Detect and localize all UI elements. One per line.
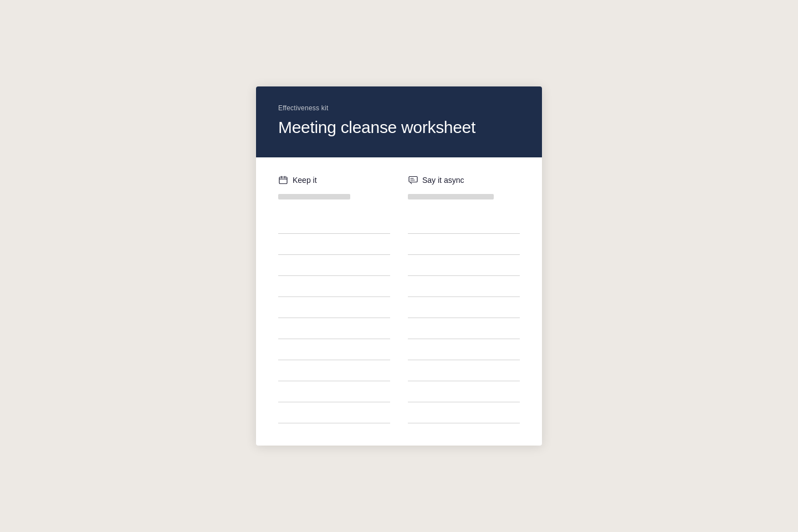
- document-body: Keep it: [256, 157, 542, 446]
- say-it-async-placeholder-bar: [408, 194, 494, 200]
- input-line[interactable]: [408, 402, 520, 423]
- input-line[interactable]: [408, 255, 520, 276]
- keep-it-column: Keep it: [278, 175, 390, 423]
- document-card: Effectiveness kit Meeting cleanse worksh…: [256, 86, 542, 446]
- input-line[interactable]: [278, 213, 390, 234]
- input-line[interactable]: [408, 381, 520, 402]
- document-subtitle: Effectiveness kit: [278, 104, 520, 112]
- input-line[interactable]: [408, 276, 520, 297]
- say-it-async-lines: [408, 213, 520, 423]
- keep-it-header: Keep it: [278, 175, 390, 185]
- input-line[interactable]: [408, 360, 520, 381]
- input-line[interactable]: [278, 360, 390, 381]
- say-it-async-label: Say it async: [422, 176, 464, 185]
- input-line[interactable]: [278, 297, 390, 318]
- input-line[interactable]: [278, 402, 390, 423]
- input-line[interactable]: [408, 234, 520, 255]
- input-line[interactable]: [278, 234, 390, 255]
- input-line[interactable]: [278, 255, 390, 276]
- input-line[interactable]: [408, 339, 520, 360]
- columns-container: Keep it: [278, 175, 520, 423]
- keep-it-placeholder-bar: [278, 194, 350, 200]
- keep-it-label: Keep it: [293, 176, 317, 185]
- input-line[interactable]: [408, 318, 520, 339]
- say-it-async-header: Say it async: [408, 175, 520, 185]
- document-header: Effectiveness kit Meeting cleanse worksh…: [256, 86, 542, 157]
- calendar-icon: [278, 175, 288, 185]
- keep-it-lines: [278, 213, 390, 423]
- input-line[interactable]: [278, 276, 390, 297]
- input-line[interactable]: [408, 297, 520, 318]
- svg-rect-0: [279, 177, 287, 184]
- input-line[interactable]: [278, 339, 390, 360]
- input-line[interactable]: [408, 213, 520, 234]
- message-icon: [408, 175, 418, 185]
- document-title: Meeting cleanse worksheet: [278, 117, 520, 137]
- input-line[interactable]: [278, 381, 390, 402]
- input-line[interactable]: [278, 318, 390, 339]
- say-it-async-column: Say it async: [408, 175, 520, 423]
- svg-rect-4: [409, 177, 417, 182]
